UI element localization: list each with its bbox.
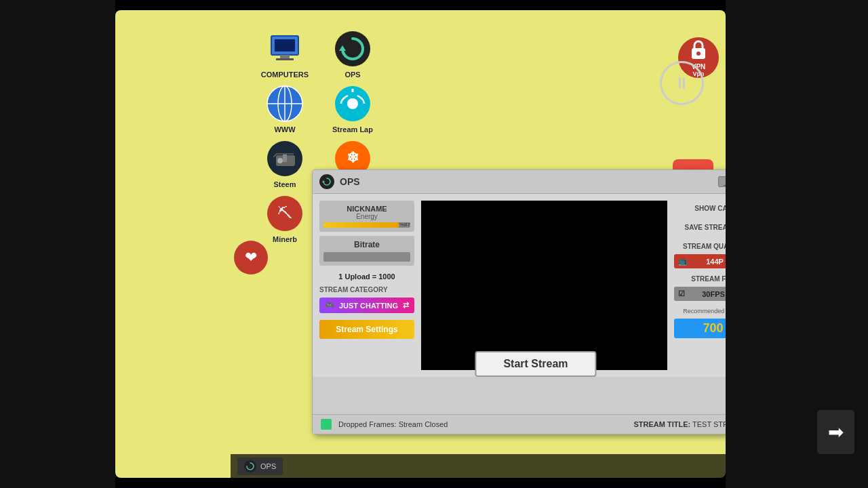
ops-icon-img [334,30,372,68]
stream-settings-text: Stream Settings [336,325,397,334]
fps-value: 30FPS [702,290,725,298]
upload-info: 1 Upload = 1000 [319,272,414,281]
bitrate-section: Bitrate [319,236,414,266]
miner-label: Minerb [273,235,297,243]
exit-arrow-icon: ➡ [828,421,844,443]
taskbar-app-ops[interactable]: OPS [237,458,283,475]
streamlap-label: Stream Lap [332,125,373,134]
vpn-lock-icon [686,39,711,63]
icon-computers[interactable]: COMPUTERS [258,30,312,79]
svg-rect-4 [276,58,294,60]
computers-icon-img [267,30,304,68]
fps-checkbox: ☑ [678,289,685,298]
just-chatting-button[interactable]: 🎮 JUST CHATTING ⇄ [319,298,414,313]
taskbar-ops-icon [244,460,256,472]
health-icon[interactable]: ❤ [234,241,268,274]
ops-label: OPS [344,70,360,79]
svg-point-24 [696,52,701,56]
ops-titlebar: OPS _ ✕ [313,170,759,194]
nickname-label: NICKNAME [323,205,410,213]
just-chatting-text: JUST CHATTING [339,302,398,310]
ops-window-title: OPS [340,176,360,187]
heart-symbol: ❤ [245,249,257,266]
icon-steam[interactable]: Steem [258,140,312,188]
just-chatting-arrow: ⇄ [403,301,409,310]
streamlap-icon-img [334,85,372,123]
ops-left-panel: NICKNAME Energy %87 Bitrate 1 Upload = 1… [319,201,414,370]
start-stream-label: Start Stream [503,358,568,369]
www-label: WWW [274,125,295,134]
taskbar-app-label: OPS [260,462,276,470]
steam-icon-img [267,140,304,178]
svg-point-5 [335,31,370,66]
stream-category-label: STREAM CATEGORY [319,286,414,293]
computers-label: COMPUTERS [261,70,309,79]
svg-text:⛏: ⛏ [277,205,292,222]
icon-www[interactable]: WWW [258,85,312,134]
steam-label: Steem [273,180,296,188]
ops-bottom-bar: Dropped Frames: Stream Closed STREAM TIT… [313,414,759,434]
energy-label: Energy [323,213,410,220]
bitrate-bar [323,252,410,262]
svg-rect-18 [283,154,287,162]
quality-value: 144P [706,258,724,266]
icon-row-2: WWW Stream Lap [258,85,380,134]
icon-streamlap[interactable]: Stream Lap [326,85,380,134]
nickname-section: NICKNAME Energy %87 [319,201,414,232]
just-chatting-icon: 🎮 [325,301,334,310]
stream-preview [421,201,667,370]
stream-title-label: STREAM TITLE: [633,420,690,428]
svg-rect-3 [280,55,290,58]
desktop-area: COMPUTERS OPS [115,10,726,478]
svg-rect-2 [275,39,295,52]
miner-icon-img: ⛏ [267,195,304,232]
icon-miner[interactable]: ⛏ Minerb [258,195,312,243]
stream-settings-button[interactable]: Stream Settings [319,320,414,339]
start-stream-button[interactable]: Start Stream [475,351,596,377]
energy-fill [323,222,399,228]
right-bezel: ➡ [726,0,868,488]
dropped-frames-text: Dropped Frames: Stream Closed [338,420,448,428]
svg-text:❄: ❄ [347,149,359,166]
dropped-frames-indicator [321,419,332,430]
quality-icon: 📺 [678,257,688,266]
ops-app-icon [319,174,334,189]
ops-window: OPS _ ✕ NICKNAME Energy %87 [312,169,760,434]
energy-percent: %87 [399,222,410,228]
left-bezel [0,0,115,488]
icon-ops[interactable]: OPS [326,30,380,79]
svg-point-17 [277,158,283,163]
start-stream-area: Start Stream [313,377,759,414]
pause-button[interactable]: ⏸ [660,61,704,105]
ops-title-area: OPS [319,174,360,189]
svg-point-13 [347,98,358,109]
svg-point-31 [246,462,254,470]
energy-bar: %87 [323,222,410,228]
www-icon-img [267,85,304,123]
icon-row-1: COMPUTERS OPS [258,30,380,79]
exit-button[interactable]: ➡ [817,410,854,454]
pause-icon: ⏸ [674,74,690,93]
bitrate-label: Bitrate [323,240,410,249]
ops-main-content: NICKNAME Energy %87 Bitrate 1 Upload = 1… [313,194,759,377]
